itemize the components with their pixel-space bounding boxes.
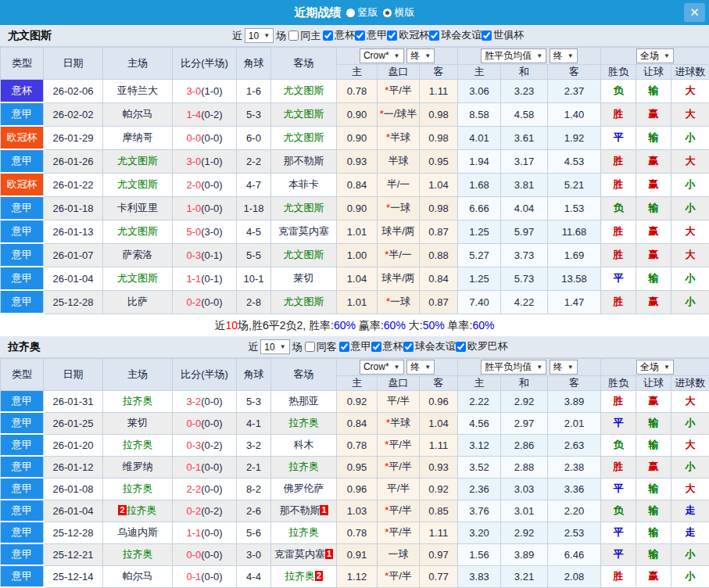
avg-draw-odds: 2.92 bbox=[501, 522, 548, 543]
odds-final-select[interactable]: 终▼ bbox=[406, 48, 435, 63]
goals-result: 小 bbox=[671, 267, 709, 290]
away-team-name: 佛罗伦萨 bbox=[284, 482, 324, 494]
avg-away-odds: 2.08 bbox=[548, 565, 601, 587]
away-team-name: 拉齐奥 bbox=[288, 526, 319, 538]
home-team: 尤文图斯 bbox=[103, 220, 173, 243]
same-home-checkbox[interactable]: 同主 bbox=[288, 29, 320, 43]
handicap-value: 一/球半 bbox=[384, 108, 417, 120]
away-odds: 1.04 bbox=[420, 412, 458, 434]
chevron-down-icon: ▼ bbox=[394, 52, 400, 59]
handicap-result: 输 bbox=[636, 478, 671, 500]
col-wdl: 胜负 bbox=[601, 376, 636, 391]
half-time-score: (0-1) bbox=[201, 249, 222, 261]
horizontal-layout-radio[interactable] bbox=[383, 9, 392, 17]
avg-away-odds: 2.37 bbox=[548, 80, 601, 103]
col-home: 主场 bbox=[103, 359, 173, 391]
scope-select[interactable]: 全场▼ bbox=[636, 360, 674, 375]
col-goals: 进球数 bbox=[671, 376, 709, 391]
competition-checkbox[interactable]: 欧罗巴杯 bbox=[456, 339, 508, 353]
competition-checkbox[interactable]: 球会友谊 bbox=[403, 339, 456, 353]
away-team-name: 尤文图斯 bbox=[284, 202, 324, 213]
score-cell: 1-4(0-2) bbox=[173, 102, 237, 126]
half-time-score: (0-2) bbox=[201, 439, 222, 451]
goals-result: 小 bbox=[671, 173, 709, 196]
match-count-select[interactable]: 10▼ bbox=[245, 28, 274, 43]
goals-result: 大 bbox=[671, 434, 709, 456]
summary-part: 赢率: bbox=[356, 319, 384, 332]
home-team: 拉齐奥 bbox=[103, 478, 173, 500]
away-team-name: 尤文图斯 bbox=[284, 131, 324, 143]
handicap-cell: 一球 bbox=[378, 543, 420, 565]
avg-select[interactable]: 胜平负均值▼ bbox=[481, 360, 546, 375]
goals-result: 小 bbox=[671, 543, 709, 565]
avg-final-select[interactable]: 终▼ bbox=[550, 48, 578, 63]
competition-checkbox[interactable]: 意杯 bbox=[323, 28, 355, 42]
handicap-value: 一球 bbox=[389, 548, 409, 560]
vertical-layout-radio[interactable] bbox=[346, 9, 355, 17]
handicap-result: 输 bbox=[636, 412, 671, 434]
close-icon[interactable]: ✕ bbox=[684, 3, 705, 22]
away-team-name: 尤文图斯 bbox=[284, 296, 324, 307]
avg-draw-odds: 3.23 bbox=[501, 80, 548, 103]
avg-select[interactable]: 胜平负均值▼ bbox=[481, 48, 546, 63]
match-date: 25-12-28 bbox=[44, 522, 103, 543]
match-row: 意杯26-02-06亚特兰大3-0(1-0)1-6尤文图斯0.78*平/半1.1… bbox=[1, 80, 709, 103]
score-cell: 1-0(0-0) bbox=[173, 196, 237, 220]
match-row: 意甲26-01-18卡利亚里1-0(0-0)1-18尤文图斯0.90*一球0.9… bbox=[1, 196, 709, 220]
match-date: 26-01-04 bbox=[44, 500, 103, 522]
match-count-select[interactable]: 10▼ bbox=[260, 339, 289, 354]
competition-checkbox[interactable]: 意甲 bbox=[339, 339, 371, 353]
team-section-juventus: 尤文图斯 近 10▼ 场 同主 意杯意甲欧冠杯球会友谊世俱杯 类型 日期 主场 … bbox=[0, 25, 709, 336]
competition-checkbox[interactable]: 意甲 bbox=[355, 28, 387, 42]
score-cell: 0-0(0-0) bbox=[173, 412, 237, 434]
same-away-checkbox[interactable]: 同客 bbox=[305, 340, 337, 354]
competition-checkbox[interactable]: 球会友谊 bbox=[429, 28, 482, 42]
handicap-cell: *平/半 bbox=[378, 456, 420, 478]
handicap-result: 赢 bbox=[636, 243, 671, 267]
competition-checkbox[interactable]: 欧冠杯 bbox=[387, 28, 429, 42]
home-team: 摩纳哥 bbox=[103, 126, 173, 149]
home-team: 莱切 bbox=[103, 412, 173, 434]
score-cell: 0-2(0-2) bbox=[173, 500, 237, 522]
competition-checkbox[interactable]: 意杯 bbox=[371, 339, 403, 353]
odds-final-select[interactable]: 终▼ bbox=[406, 360, 435, 375]
full-time-score: 0-0 bbox=[186, 549, 201, 561]
score-cell: 3-0(1-0) bbox=[173, 149, 237, 173]
avg-home-odds: 3.12 bbox=[458, 434, 501, 456]
wdl-result: 平 bbox=[601, 267, 636, 290]
odds-source-select[interactable]: Crow*▼ bbox=[360, 360, 404, 375]
handicap-result: 输 bbox=[636, 196, 671, 220]
home-odds: 1.00 bbox=[337, 243, 378, 267]
corner-cell: 4-7 bbox=[237, 173, 271, 196]
handicap-result: 输 bbox=[636, 80, 671, 103]
avg-away-odds: 2.01 bbox=[548, 412, 601, 434]
scope-select[interactable]: 全场▼ bbox=[636, 48, 674, 63]
full-time-score: 2-2 bbox=[186, 483, 201, 495]
avg-final-select[interactable]: 终▼ bbox=[550, 360, 578, 375]
home-odds: 0.93 bbox=[337, 149, 378, 173]
corner-cell: 10-1 bbox=[237, 267, 271, 290]
horizontal-layout-label: 横版 bbox=[395, 5, 415, 20]
match-row: 意甲26-01-04尤文图斯1-1(0-1)10-1莱切1.04球半/两0.84… bbox=[1, 267, 709, 290]
handicap-cell: 平/半 bbox=[378, 391, 420, 413]
col-odds-away: 客 bbox=[420, 376, 458, 391]
col-handicap: 盘口 bbox=[378, 65, 420, 80]
avg-away-odds: 1.69 bbox=[548, 243, 601, 267]
avg-away-odds: 11.68 bbox=[548, 220, 601, 243]
competition-checkbox[interactable]: 世俱杯 bbox=[482, 28, 524, 42]
home-team-name: 拉齐奥 bbox=[127, 504, 157, 516]
match-type-badge: 意甲 bbox=[1, 434, 44, 456]
away-odds: 0.95 bbox=[420, 149, 458, 173]
home-odds: 0.96 bbox=[337, 478, 378, 500]
match-type-badge: 意甲 bbox=[1, 478, 44, 500]
score-cell: 2-2(0-0) bbox=[173, 478, 237, 500]
match-row: 意甲26-01-13尤文图斯5-0(3-0)4-5克雷莫内塞1.01球半/两0.… bbox=[1, 220, 709, 243]
handicap-value: 一球 bbox=[390, 296, 410, 307]
odds-source-select[interactable]: Crow*▼ bbox=[360, 48, 404, 63]
home-team-name: 帕尔马 bbox=[123, 570, 153, 582]
handicap-value: 半球 bbox=[390, 417, 410, 428]
away-team: 尤文图斯 bbox=[271, 243, 337, 267]
handicap-result: 赢 bbox=[636, 102, 671, 126]
match-type-badge: 意甲 bbox=[1, 412, 44, 434]
corner-cell: 5-6 bbox=[237, 522, 271, 543]
